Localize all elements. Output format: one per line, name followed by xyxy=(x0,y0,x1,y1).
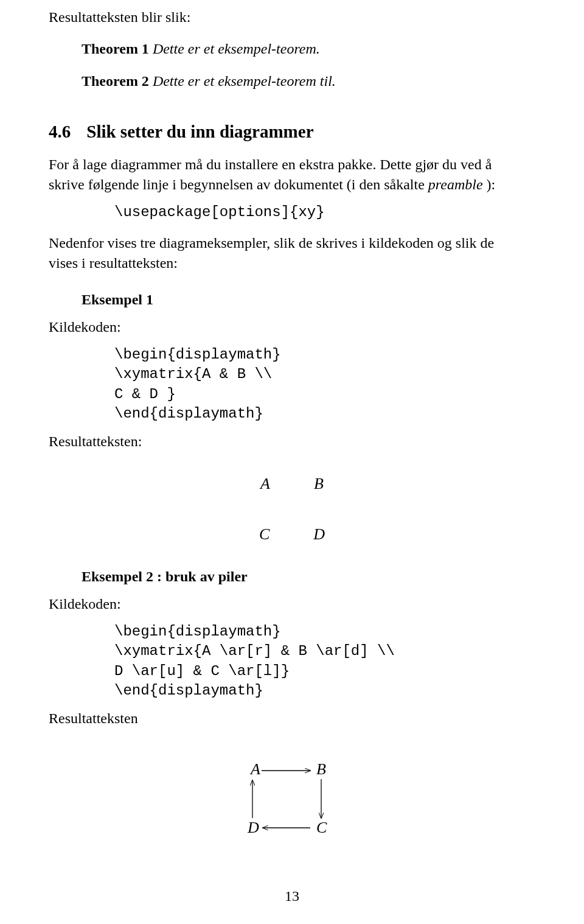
diagram1-C: C xyxy=(259,523,269,545)
body1-line-c: ): xyxy=(483,177,496,192)
diagram1-A: A xyxy=(260,473,270,494)
ex2-code-line-4: \end{displaymath} xyxy=(114,681,535,701)
theorem-1-line: Theorem 1 Dette er et eksempel-teorem. xyxy=(49,39,535,58)
section-heading: 4.6 Slik setter du inn diagrammer xyxy=(49,120,535,144)
diagram1-D: D xyxy=(313,523,325,545)
theorem-2-text: Dette er et eksempel-teorem til. xyxy=(153,73,336,89)
body1-line-b: skrive følgende linje i begynnelsen av d… xyxy=(49,177,428,192)
diagram2-C: C xyxy=(316,819,327,836)
diagram2-A: A xyxy=(249,760,260,778)
example-1-code: \begin{displaymath} \xymatrix{A & B \\ C… xyxy=(49,345,535,424)
example-1-title: Eksempel 1 xyxy=(49,290,535,309)
body-paragraph-1: For å lage diagrammer må du installere e… xyxy=(49,155,535,194)
diagram2-D: D xyxy=(247,819,259,836)
theorem-2-line: Theorem 2 Dette er et eksempel-teorem ti… xyxy=(49,71,535,91)
kildekoden-label-1: Kildekoden: xyxy=(49,317,535,337)
preamble-word: preamble xyxy=(428,177,483,192)
body2-line-a: Nedenfor vises tre diagrameksempler, sli… xyxy=(49,235,494,251)
body-paragraph-2: Nedenfor vises tre diagrameksempler, sli… xyxy=(49,233,535,273)
ex2-code-line-2: \xymatrix{A \ar[r] & B \ar[d] \\ xyxy=(114,642,535,661)
ex2-code-line-1: \begin{displaymath} xyxy=(114,622,535,642)
theorem-1-text: Dette er et eksempel-teorem. xyxy=(153,41,320,57)
body2-line-b: vises i resultatteksten: xyxy=(49,255,178,271)
intro-line: Resultatteksten blir slik: xyxy=(49,7,535,27)
diagram-1: A B C D xyxy=(49,473,535,545)
example-2-title: Eksempel 2 : bruk av piler xyxy=(49,567,535,586)
body1-line-a: For å lage diagrammer må du installere e… xyxy=(49,156,492,172)
diagram-2: A B D C xyxy=(49,752,535,856)
diagram2-B: B xyxy=(316,760,326,778)
ex2-code-line-3: D \ar[u] & C \ar[l]} xyxy=(114,662,535,681)
diagram1-B: B xyxy=(314,473,324,494)
resultatteksten-label-2: Resultatteksten xyxy=(49,709,535,728)
theorem-2-label: Theorem 2 xyxy=(82,73,149,89)
example-2-code: \begin{displaymath} \xymatrix{A \ar[r] &… xyxy=(49,622,535,701)
code-usepackage: \usepackage[options]{xy} xyxy=(49,203,535,222)
page-number: 13 xyxy=(0,886,584,906)
theorem-1-label: Theorem 1 xyxy=(82,41,149,57)
ex1-code-line-4: \end{displaymath} xyxy=(114,404,535,424)
ex1-code-line-3: C & D } xyxy=(114,385,535,404)
section-title: Slik setter du inn diagrammer xyxy=(86,120,313,144)
ex1-code-line-1: \begin{displaymath} xyxy=(114,345,535,365)
ex1-code-line-2: \xymatrix{A & B \\ xyxy=(114,365,535,384)
resultatteksten-label-1: Resultatteksten: xyxy=(49,432,535,451)
kildekoden-label-2: Kildekoden: xyxy=(49,594,535,614)
section-number: 4.6 xyxy=(49,120,71,144)
